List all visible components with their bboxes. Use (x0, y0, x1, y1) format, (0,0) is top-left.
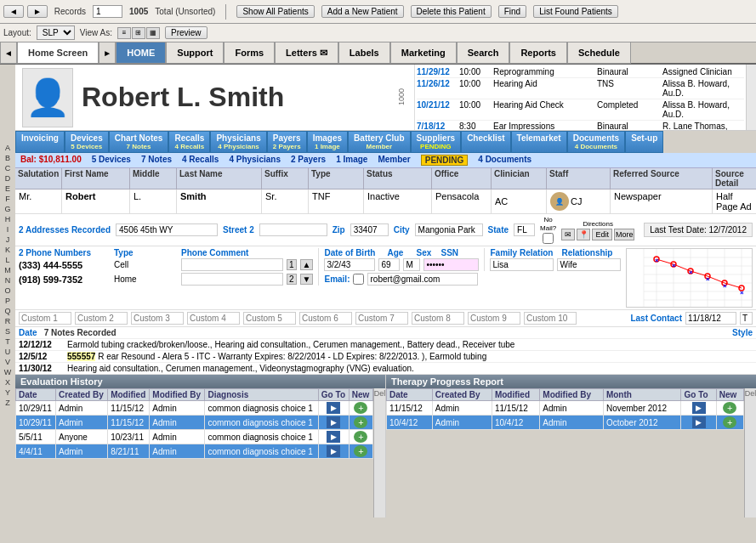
custom2[interactable] (75, 312, 128, 325)
sub-tab-physicians[interactable]: Physicians4 Physicians (210, 131, 266, 153)
alpha-J[interactable]: J (6, 235, 10, 245)
phone2-index[interactable]: 2 (287, 274, 297, 285)
alpha-M[interactable]: M (4, 265, 11, 275)
tab-home[interactable]: HOME (116, 42, 166, 64)
alpha-S[interactable]: S (5, 326, 10, 337)
eval-add-btn[interactable]: + (354, 402, 367, 414)
phone1-index[interactable]: 1 (287, 259, 297, 270)
alpha-U[interactable]: U (5, 347, 11, 357)
alpha-L[interactable]: L (5, 255, 9, 265)
alpha-D[interactable]: D (5, 173, 11, 184)
alpha-K[interactable]: K (5, 245, 10, 255)
directions-btn[interactable]: 📍 (577, 229, 590, 240)
tab-reports[interactable]: Reports (509, 42, 567, 64)
custom7[interactable] (355, 312, 408, 325)
sub-tab-chart-notes[interactable]: Chart Notes7 Notes (109, 131, 169, 153)
tab-schedule[interactable]: Schedule (567, 42, 631, 64)
eval-goto-btn[interactable]: ▶ (327, 431, 340, 443)
eval-scrollbar[interactable]: Del (373, 388, 385, 518)
no-mail-checkbox[interactable] (543, 233, 554, 244)
list-found-btn[interactable]: List Found Patients (533, 5, 618, 18)
tab-home-screen[interactable]: Home Screen (17, 42, 99, 64)
phone1-comment[interactable] (181, 258, 283, 271)
eval-add-btn[interactable]: + (354, 416, 367, 428)
alpha-F[interactable]: F (5, 194, 10, 204)
tab-labels[interactable]: Labels (338, 42, 390, 64)
sub-tab-documents[interactable]: Documents4 Documents (567, 131, 625, 153)
tab-forms[interactable]: Forms (224, 42, 275, 64)
therapy-add-btn[interactable]: + (723, 402, 736, 414)
sub-tab-invoicing[interactable]: Invoicing (15, 131, 65, 153)
eval-goto-btn[interactable]: ▶ (327, 402, 340, 414)
street1-input[interactable] (116, 223, 218, 236)
nav-forward-btn[interactable]: ► (27, 5, 48, 18)
nav-next-arrow[interactable]: ► (99, 42, 116, 64)
sub-tab-payers[interactable]: Payers2 Payers (267, 131, 307, 153)
therapy-scrollbar[interactable]: Del (744, 388, 756, 518)
custom4[interactable] (187, 312, 240, 325)
appointments-scrollbar[interactable] (746, 65, 756, 130)
eval-goto-btn[interactable]: ▶ (327, 445, 340, 457)
sex-input[interactable] (403, 258, 420, 271)
layout-select[interactable]: SLP (37, 25, 75, 40)
age-input[interactable] (378, 258, 400, 271)
ssn-input[interactable] (423, 258, 479, 271)
email-input[interactable] (367, 273, 478, 286)
alpha-Y[interactable]: Y (5, 387, 10, 398)
therapy-goto-btn[interactable]: ▶ (692, 416, 706, 428)
alpha-E[interactable]: E (5, 184, 10, 194)
street2-input[interactable] (259, 223, 327, 236)
eval-add-btn[interactable]: + (354, 431, 367, 443)
nav-back-btn[interactable]: ◄ (3, 5, 24, 18)
custom5[interactable] (243, 312, 296, 325)
mail-btn[interactable]: ✉ (561, 229, 575, 240)
alpha-P[interactable]: P (5, 296, 10, 306)
alpha-O[interactable]: O (4, 286, 10, 296)
custom9[interactable] (468, 312, 520, 325)
sub-tab-suppliers[interactable]: SuppliersPENDING (411, 131, 462, 153)
more-btn[interactable]: More (614, 229, 634, 240)
alpha-T[interactable]: T (5, 337, 10, 347)
eval-goto-btn[interactable]: ▶ (327, 416, 340, 428)
family-name-input[interactable] (490, 258, 554, 271)
state-input[interactable] (514, 223, 535, 236)
alpha-W[interactable]: W (4, 367, 12, 377)
zip-input[interactable] (350, 223, 389, 236)
phone1-up[interactable]: ▲ (300, 259, 314, 270)
custom8[interactable] (412, 312, 464, 325)
find-btn[interactable]: Find (498, 5, 526, 18)
view-detail-icon[interactable]: ⊞ (132, 27, 145, 39)
therapy-add-btn[interactable]: + (723, 416, 736, 428)
add-new-btn[interactable]: Add a New Patient (321, 5, 404, 18)
last-contact-t[interactable] (740, 312, 753, 325)
delete-btn[interactable]: Delete this Patient (411, 5, 492, 18)
record-number-input[interactable] (93, 5, 122, 18)
sub-tab-devices[interactable]: Devices5 Devices (65, 131, 109, 153)
custom6[interactable] (299, 312, 352, 325)
alpha-H[interactable]: H (5, 214, 11, 224)
phone2-down[interactable]: ▼ (300, 274, 314, 285)
email-checkbox[interactable] (353, 274, 364, 285)
address-link[interactable]: 2 Addresses Recorded (19, 225, 111, 235)
custom1[interactable] (19, 312, 71, 325)
view-list-icon[interactable]: ≡ (117, 27, 131, 39)
tab-letters[interactable]: Letters ✉ (275, 42, 338, 64)
alpha-N[interactable]: N (5, 275, 11, 286)
sub-tab-recalls[interactable]: Recalls4 Recalls (168, 131, 210, 153)
dob-input[interactable] (324, 258, 375, 271)
custom10[interactable] (524, 312, 577, 325)
alpha-G[interactable]: G (4, 204, 10, 214)
custom3[interactable] (131, 312, 184, 325)
alpha-V[interactable]: V (5, 357, 10, 367)
view-grid-icon[interactable]: ▦ (146, 27, 160, 39)
alpha-X[interactable]: X (5, 377, 10, 387)
show-all-btn[interactable]: Show All Patients (236, 5, 314, 18)
city-input[interactable] (415, 223, 483, 236)
sub-tab-images[interactable]: Images1 Image (307, 131, 348, 153)
phone2-comment[interactable] (181, 273, 283, 286)
sub-tab-checklist[interactable]: Checklist (461, 131, 510, 153)
alpha-R[interactable]: R (5, 316, 11, 326)
tab-support[interactable]: Support (166, 42, 224, 64)
alpha-B[interactable]: B (5, 153, 10, 163)
sub-tab-telemarket[interactable]: Telemarket (511, 131, 567, 153)
